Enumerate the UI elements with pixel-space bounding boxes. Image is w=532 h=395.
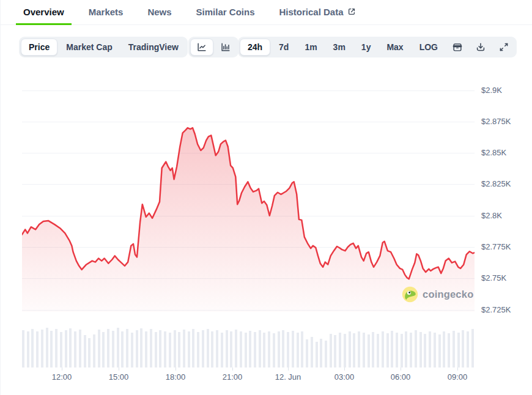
calendar-icon[interactable] — [446, 39, 468, 56]
volume-bar — [268, 331, 270, 367]
tab-label: Markets — [89, 7, 124, 17]
chart-type-toggle-group: PriceMarket CapTradingView — [19, 37, 188, 57]
volume-bar — [31, 329, 34, 367]
volume-bar — [353, 333, 355, 367]
volume-bar — [240, 331, 242, 367]
price-chart-plot[interactable] — [22, 67, 475, 312]
download-icon[interactable] — [470, 39, 492, 56]
volume-bar — [415, 330, 417, 367]
volume-bar — [102, 332, 105, 367]
volume-bar — [448, 333, 450, 367]
volume-bar — [344, 334, 346, 367]
volume-bar — [202, 330, 204, 367]
volume-bar — [46, 328, 48, 367]
volume-bar — [249, 331, 251, 367]
volume-bar — [443, 331, 445, 367]
volume-bar — [401, 334, 403, 367]
x-axis-label: 06:00 — [378, 372, 423, 382]
range-button-3m[interactable]: 3m — [326, 39, 353, 56]
volume-bar — [36, 331, 39, 367]
x-axis-tick — [344, 367, 345, 371]
volume-bar — [192, 329, 194, 367]
tab-markets[interactable]: Markets — [81, 0, 131, 25]
volume-bar — [226, 330, 228, 367]
volume-bar — [121, 331, 124, 367]
range-button-1y[interactable]: 1y — [354, 39, 379, 56]
x-axis-label: 12:00 — [39, 372, 84, 382]
volume-bar — [287, 332, 289, 367]
x-axis-label: 15:00 — [96, 372, 141, 382]
watermark-label: coingecko — [423, 289, 473, 300]
volume-bar — [382, 331, 384, 367]
tab-overview[interactable]: Overview — [16, 0, 72, 25]
tab-news[interactable]: News — [140, 0, 179, 25]
coin-chart-panel: OverviewMarketsNewsSimilar CoinsHistoric… — [0, 0, 532, 395]
volume-bar — [424, 334, 426, 367]
volume-bar — [65, 330, 67, 367]
range-button-log[interactable]: LOG — [412, 39, 445, 56]
volume-bar — [245, 333, 247, 367]
volume-bar — [164, 331, 166, 367]
volume-bar — [471, 329, 474, 367]
chart-type-button-price[interactable]: Price — [21, 39, 57, 56]
volume-bar — [174, 330, 176, 367]
range-button-7d[interactable]: 7d — [272, 39, 296, 56]
volume-bar — [349, 331, 351, 367]
volume-bar — [396, 333, 398, 367]
x-axis-label: 09:00 — [435, 372, 480, 382]
expand-icon[interactable] — [493, 39, 515, 56]
volume-bar — [178, 332, 180, 367]
range-button-24h[interactable]: 24h — [240, 39, 270, 56]
volume-bar — [188, 331, 190, 367]
coingecko-watermark: coingecko — [402, 286, 473, 303]
x-axis-tick — [232, 367, 233, 371]
range-button-max[interactable]: Max — [379, 39, 410, 56]
x-axis-tick — [401, 367, 401, 371]
volume-bar — [112, 331, 114, 367]
volume-bar — [98, 330, 100, 367]
coin-page-tabs: OverviewMarketsNewsSimilar CoinsHistoric… — [1, 0, 532, 25]
volume-bar — [136, 330, 138, 367]
volume-bar — [88, 338, 91, 367]
volume-bar — [438, 334, 441, 367]
volume-bar — [462, 330, 464, 367]
y-axis-label: $2.75K — [481, 273, 506, 282]
volume-bar — [55, 329, 57, 367]
x-axis-tick — [175, 367, 176, 371]
volume-bar — [150, 329, 152, 367]
volume-bar — [235, 330, 237, 367]
volume-bar — [334, 335, 336, 367]
volume-bar — [22, 330, 24, 367]
volume-bar — [221, 333, 223, 367]
chart-type-button-market-cap[interactable]: Market Cap — [59, 39, 119, 56]
view-toggle-line-chart-icon[interactable] — [190, 39, 213, 56]
volume-bar — [159, 330, 161, 367]
tab-historical-data[interactable]: Historical Data — [272, 0, 363, 25]
chart-type-button-tradingview[interactable]: TradingView — [121, 39, 186, 56]
volume-bar — [316, 342, 318, 367]
external-link-icon — [347, 7, 356, 16]
x-axis-label: 03:00 — [322, 372, 367, 382]
volume-bar — [74, 331, 76, 367]
volume-bar — [282, 330, 284, 367]
volume-bar — [107, 329, 109, 367]
volume-bar — [155, 332, 157, 367]
volume-bar — [419, 332, 422, 367]
volume-bar — [368, 334, 370, 367]
volume-bar — [320, 339, 322, 367]
x-axis-tick — [457, 367, 458, 371]
range-button-1m[interactable]: 1m — [297, 39, 324, 56]
volume-bar — [292, 331, 294, 367]
volume-bar — [330, 334, 332, 367]
volume-bar — [230, 331, 232, 367]
y-axis-label: $2.875K — [481, 117, 511, 126]
volume-bar — [391, 331, 393, 367]
volume-bar — [183, 330, 185, 367]
view-toggle-bar-chart-icon[interactable] — [215, 39, 237, 56]
volume-bar — [306, 339, 308, 367]
tab-similar-coins[interactable]: Similar Coins — [189, 0, 262, 25]
volume-bar — [372, 332, 374, 367]
x-axis-tick — [119, 367, 119, 371]
tab-label: News — [147, 7, 171, 17]
volume-bar — [169, 333, 171, 367]
